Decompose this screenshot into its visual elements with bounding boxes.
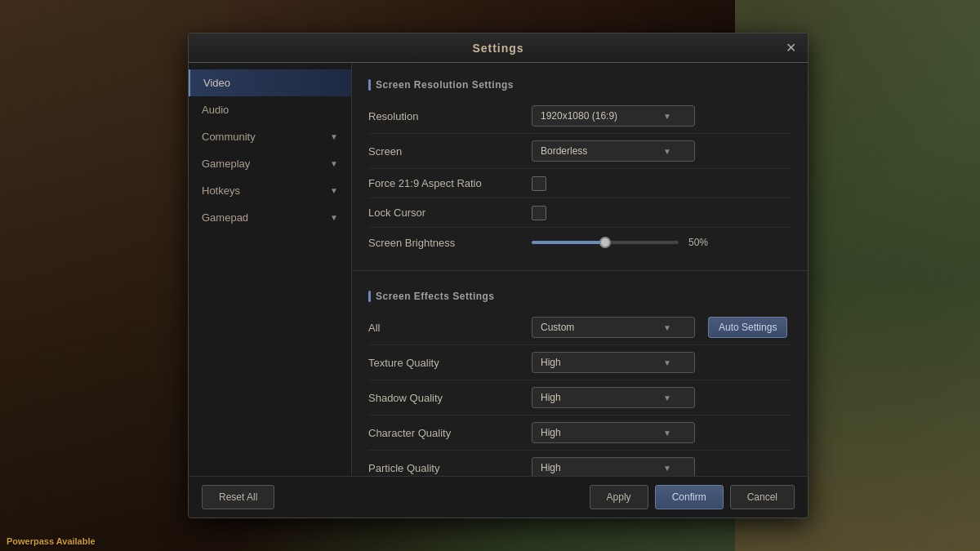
sidebar-item-gameplay[interactable]: Gameplay ▼	[189, 150, 351, 177]
resolution-control: 1920x1080 (16:9) ▼	[532, 105, 791, 127]
particle-quality-value: High	[541, 462, 561, 473]
screen-row: Screen Borderless ▼	[368, 134, 791, 169]
shadow-quality-label: Shadow Quality	[368, 392, 532, 404]
texture-quality-label: Texture Quality	[368, 357, 532, 369]
all-label: All	[368, 322, 532, 334]
character-quality-label: Character Quality	[368, 427, 532, 439]
character-quality-row: Character Quality High ▼	[368, 415, 791, 451]
footer-right: Apply Confirm Cancel	[590, 485, 795, 509]
screen-effects-section: Screen Effects Settings All Custom ▼ Aut…	[352, 274, 808, 476]
all-row: All Custom ▼ Auto Settings	[368, 310, 791, 345]
dialog-body: Video Audio Community ▼ Gameplay ▼ Hotke…	[189, 63, 808, 476]
lock-cursor-checkbox[interactable]	[532, 206, 546, 220]
all-value: Custom	[541, 322, 574, 333]
screen-resolution-header: Screen Resolution Settings	[368, 73, 791, 99]
chevron-down-icon: ▼	[330, 132, 338, 141]
brightness-label: Screen Brightness	[368, 237, 532, 249]
resolution-label: Resolution	[368, 110, 532, 122]
settings-dialog: Settings ✕ Video Audio Community ▼ Gamep…	[188, 33, 808, 518]
particle-quality-row: Particle Quality High ▼	[368, 451, 791, 476]
lock-cursor-row: Lock Cursor	[368, 198, 791, 228]
sidebar-item-label: Gameplay	[202, 158, 250, 170]
chevron-down-icon: ▼	[330, 159, 338, 168]
force-aspect-row: Force 21:9 Aspect Ratio	[368, 169, 791, 198]
resolution-row: Resolution 1920x1080 (16:9) ▼	[368, 99, 791, 134]
sidebar-item-community[interactable]: Community ▼	[189, 123, 351, 150]
sidebar-item-label: Video	[203, 77, 230, 89]
section-title: Screen Effects Settings	[376, 291, 495, 302]
sidebar-item-audio[interactable]: Audio	[189, 96, 351, 123]
sidebar-item-label: Community	[202, 131, 256, 143]
character-quality-dropdown[interactable]: High ▼	[532, 422, 695, 443]
screen-effects-header: Screen Effects Settings	[368, 284, 791, 310]
screen-label: Screen	[368, 145, 532, 158]
brightness-slider-track[interactable]	[532, 241, 679, 244]
sidebar-item-gamepad[interactable]: Gamepad ▼	[189, 204, 351, 231]
dialog-titlebar: Settings ✕	[189, 33, 808, 63]
sidebar: Video Audio Community ▼ Gameplay ▼ Hotke…	[189, 63, 352, 476]
section-divider	[352, 270, 808, 271]
force-aspect-checkbox[interactable]	[532, 176, 546, 191]
character-quality-control: High ▼	[532, 422, 791, 443]
particle-quality-control: High ▼	[532, 457, 791, 476]
particle-quality-dropdown[interactable]: High ▼	[532, 457, 695, 476]
texture-quality-dropdown[interactable]: High ▼	[532, 352, 695, 373]
chevron-down-icon: ▼	[663, 429, 671, 438]
resolution-value: 1920x1080 (16:9)	[541, 110, 617, 122]
chevron-down-icon: ▼	[663, 358, 671, 367]
resolution-dropdown[interactable]: 1920x1080 (16:9) ▼	[532, 105, 695, 127]
apply-button[interactable]: Apply	[590, 485, 648, 509]
chevron-down-icon: ▼	[663, 393, 671, 402]
sidebar-item-hotkeys[interactable]: Hotkeys ▼	[189, 177, 351, 204]
sidebar-item-video[interactable]: Video	[189, 69, 351, 96]
section-title: Screen Resolution Settings	[376, 79, 514, 91]
sidebar-item-label: Audio	[202, 104, 229, 116]
brightness-slider-thumb[interactable]	[599, 237, 611, 248]
footer-left: Reset All	[202, 485, 274, 509]
lock-cursor-control	[532, 206, 791, 220]
powerpass-label: Powerpass Available	[7, 536, 96, 546]
brightness-slider-container: 50%	[532, 237, 791, 248]
settings-content: Screen Resolution Settings Resolution 19…	[352, 63, 808, 476]
auto-settings-button[interactable]: Auto Settings	[708, 317, 787, 338]
chevron-down-icon: ▼	[663, 323, 671, 332]
sidebar-item-label: Gamepad	[202, 211, 248, 224]
shadow-quality-control: High ▼	[532, 387, 791, 408]
brightness-slider-fill	[532, 241, 605, 244]
character-quality-value: High	[541, 427, 561, 438]
chevron-down-icon: ▼	[663, 147, 671, 156]
texture-quality-row: Texture Quality High ▼	[368, 345, 791, 380]
screen-value: Borderless	[541, 145, 587, 157]
all-control: Custom ▼ Auto Settings	[532, 317, 791, 338]
sidebar-item-label: Hotkeys	[202, 184, 240, 197]
cancel-button[interactable]: Cancel	[730, 485, 795, 509]
reset-all-button[interactable]: Reset All	[202, 485, 274, 509]
all-dropdown[interactable]: Custom ▼	[532, 317, 695, 338]
shadow-quality-row: Shadow Quality High ▼	[368, 380, 791, 415]
screen-resolution-section: Screen Resolution Settings Resolution 19…	[352, 63, 808, 267]
particle-quality-label: Particle Quality	[368, 462, 532, 474]
chevron-down-icon: ▼	[330, 213, 338, 222]
force-aspect-label: Force 21:9 Aspect Ratio	[368, 177, 532, 189]
texture-quality-control: High ▼	[532, 352, 791, 373]
texture-quality-value: High	[541, 357, 561, 368]
force-aspect-control	[532, 176, 791, 191]
dialog-title: Settings	[472, 42, 523, 55]
brightness-value: 50%	[688, 237, 717, 248]
lock-cursor-label: Lock Cursor	[368, 207, 532, 219]
chevron-down-icon: ▼	[663, 464, 671, 473]
confirm-button[interactable]: Confirm	[655, 485, 724, 509]
shadow-quality-value: High	[541, 392, 561, 403]
chevron-down-icon: ▼	[330, 186, 338, 195]
shadow-quality-dropdown[interactable]: High ▼	[532, 387, 695, 408]
dialog-footer: Reset All Apply Confirm Cancel	[189, 476, 808, 518]
brightness-control: 50%	[532, 237, 791, 248]
screen-control: Borderless ▼	[532, 140, 791, 162]
close-button[interactable]: ✕	[782, 39, 800, 57]
screen-dropdown[interactable]: Borderless ▼	[532, 140, 695, 162]
chevron-down-icon: ▼	[663, 112, 671, 121]
brightness-row: Screen Brightness 50%	[368, 228, 791, 257]
